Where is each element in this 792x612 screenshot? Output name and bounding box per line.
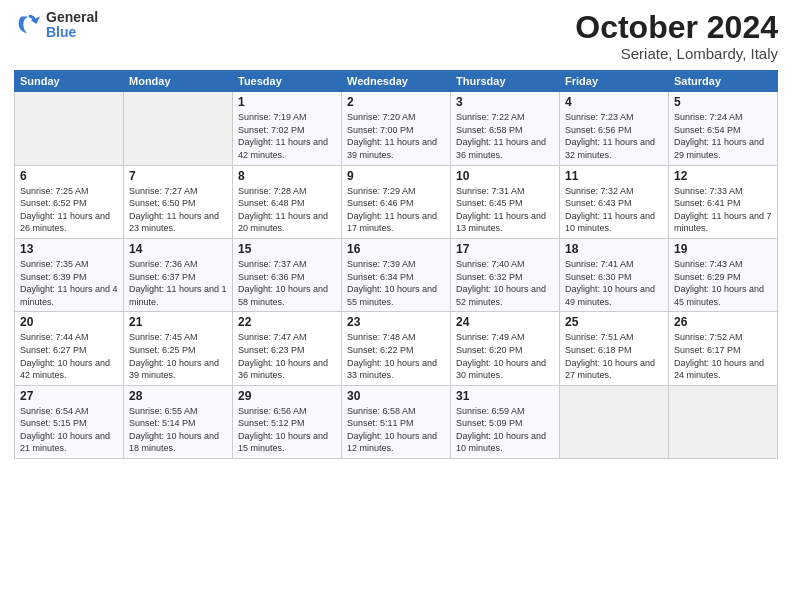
- day-info: Sunrise: 7:43 AM Sunset: 6:29 PM Dayligh…: [674, 258, 772, 308]
- day-number: 27: [20, 389, 118, 403]
- day-number: 28: [129, 389, 227, 403]
- day-info: Sunrise: 6:56 AM Sunset: 5:12 PM Dayligh…: [238, 405, 336, 455]
- table-row: 9Sunrise: 7:29 AM Sunset: 6:46 PM Daylig…: [342, 165, 451, 238]
- logo-text: General Blue: [46, 10, 98, 41]
- day-info: Sunrise: 7:28 AM Sunset: 6:48 PM Dayligh…: [238, 185, 336, 235]
- day-info: Sunrise: 7:39 AM Sunset: 6:34 PM Dayligh…: [347, 258, 445, 308]
- table-row: 31Sunrise: 6:59 AM Sunset: 5:09 PM Dayli…: [451, 385, 560, 458]
- day-info: Sunrise: 6:55 AM Sunset: 5:14 PM Dayligh…: [129, 405, 227, 455]
- table-row: 22Sunrise: 7:47 AM Sunset: 6:23 PM Dayli…: [233, 312, 342, 385]
- day-number: 4: [565, 95, 663, 109]
- table-row: 10Sunrise: 7:31 AM Sunset: 6:45 PM Dayli…: [451, 165, 560, 238]
- col-thursday: Thursday: [451, 71, 560, 92]
- table-row: 26Sunrise: 7:52 AM Sunset: 6:17 PM Dayli…: [669, 312, 778, 385]
- table-row: [124, 92, 233, 165]
- day-info: Sunrise: 7:49 AM Sunset: 6:20 PM Dayligh…: [456, 331, 554, 381]
- table-row: 18Sunrise: 7:41 AM Sunset: 6:30 PM Dayli…: [560, 238, 669, 311]
- day-number: 17: [456, 242, 554, 256]
- day-number: 19: [674, 242, 772, 256]
- col-friday: Friday: [560, 71, 669, 92]
- day-number: 3: [456, 95, 554, 109]
- day-number: 14: [129, 242, 227, 256]
- table-row: 1Sunrise: 7:19 AM Sunset: 7:02 PM Daylig…: [233, 92, 342, 165]
- day-info: Sunrise: 7:35 AM Sunset: 6:39 PM Dayligh…: [20, 258, 118, 308]
- day-info: Sunrise: 7:40 AM Sunset: 6:32 PM Dayligh…: [456, 258, 554, 308]
- table-row: 25Sunrise: 7:51 AM Sunset: 6:18 PM Dayli…: [560, 312, 669, 385]
- day-info: Sunrise: 7:22 AM Sunset: 6:58 PM Dayligh…: [456, 111, 554, 161]
- day-number: 1: [238, 95, 336, 109]
- day-info: Sunrise: 7:20 AM Sunset: 7:00 PM Dayligh…: [347, 111, 445, 161]
- table-row: 7Sunrise: 7:27 AM Sunset: 6:50 PM Daylig…: [124, 165, 233, 238]
- table-row: 14Sunrise: 7:36 AM Sunset: 6:37 PM Dayli…: [124, 238, 233, 311]
- day-info: Sunrise: 7:32 AM Sunset: 6:43 PM Dayligh…: [565, 185, 663, 235]
- day-number: 5: [674, 95, 772, 109]
- day-info: Sunrise: 6:54 AM Sunset: 5:15 PM Dayligh…: [20, 405, 118, 455]
- table-row: 19Sunrise: 7:43 AM Sunset: 6:29 PM Dayli…: [669, 238, 778, 311]
- day-number: 15: [238, 242, 336, 256]
- day-info: Sunrise: 7:36 AM Sunset: 6:37 PM Dayligh…: [129, 258, 227, 308]
- day-info: Sunrise: 6:58 AM Sunset: 5:11 PM Dayligh…: [347, 405, 445, 455]
- logo: General Blue: [14, 10, 98, 41]
- day-number: 11: [565, 169, 663, 183]
- day-info: Sunrise: 7:51 AM Sunset: 6:18 PM Dayligh…: [565, 331, 663, 381]
- title-block: October 2024 Seriate, Lombardy, Italy: [575, 10, 778, 62]
- day-number: 23: [347, 315, 445, 329]
- col-sunday: Sunday: [15, 71, 124, 92]
- day-number: 10: [456, 169, 554, 183]
- day-number: 9: [347, 169, 445, 183]
- day-info: Sunrise: 7:31 AM Sunset: 6:45 PM Dayligh…: [456, 185, 554, 235]
- table-row: 3Sunrise: 7:22 AM Sunset: 6:58 PM Daylig…: [451, 92, 560, 165]
- table-row: [560, 385, 669, 458]
- day-number: 16: [347, 242, 445, 256]
- header: General Blue October 2024 Seriate, Lomba…: [14, 10, 778, 62]
- day-info: Sunrise: 7:24 AM Sunset: 6:54 PM Dayligh…: [674, 111, 772, 161]
- day-number: 30: [347, 389, 445, 403]
- logo-icon: [14, 11, 42, 39]
- table-row: 21Sunrise: 7:45 AM Sunset: 6:25 PM Dayli…: [124, 312, 233, 385]
- day-number: 7: [129, 169, 227, 183]
- col-tuesday: Tuesday: [233, 71, 342, 92]
- col-saturday: Saturday: [669, 71, 778, 92]
- table-row: 5Sunrise: 7:24 AM Sunset: 6:54 PM Daylig…: [669, 92, 778, 165]
- day-info: Sunrise: 7:33 AM Sunset: 6:41 PM Dayligh…: [674, 185, 772, 235]
- subtitle: Seriate, Lombardy, Italy: [575, 45, 778, 62]
- table-row: 11Sunrise: 7:32 AM Sunset: 6:43 PM Dayli…: [560, 165, 669, 238]
- day-number: 29: [238, 389, 336, 403]
- day-info: Sunrise: 7:37 AM Sunset: 6:36 PM Dayligh…: [238, 258, 336, 308]
- calendar: Sunday Monday Tuesday Wednesday Thursday…: [14, 70, 778, 459]
- table-row: 16Sunrise: 7:39 AM Sunset: 6:34 PM Dayli…: [342, 238, 451, 311]
- day-number: 24: [456, 315, 554, 329]
- day-number: 26: [674, 315, 772, 329]
- day-info: Sunrise: 7:41 AM Sunset: 6:30 PM Dayligh…: [565, 258, 663, 308]
- table-row: 28Sunrise: 6:55 AM Sunset: 5:14 PM Dayli…: [124, 385, 233, 458]
- day-number: 20: [20, 315, 118, 329]
- day-info: Sunrise: 6:59 AM Sunset: 5:09 PM Dayligh…: [456, 405, 554, 455]
- table-row: 29Sunrise: 6:56 AM Sunset: 5:12 PM Dayli…: [233, 385, 342, 458]
- day-info: Sunrise: 7:25 AM Sunset: 6:52 PM Dayligh…: [20, 185, 118, 235]
- table-row: 13Sunrise: 7:35 AM Sunset: 6:39 PM Dayli…: [15, 238, 124, 311]
- logo-blue: Blue: [46, 25, 98, 40]
- col-wednesday: Wednesday: [342, 71, 451, 92]
- day-info: Sunrise: 7:19 AM Sunset: 7:02 PM Dayligh…: [238, 111, 336, 161]
- table-row: 15Sunrise: 7:37 AM Sunset: 6:36 PM Dayli…: [233, 238, 342, 311]
- day-info: Sunrise: 7:52 AM Sunset: 6:17 PM Dayligh…: [674, 331, 772, 381]
- table-row: 6Sunrise: 7:25 AM Sunset: 6:52 PM Daylig…: [15, 165, 124, 238]
- day-info: Sunrise: 7:45 AM Sunset: 6:25 PM Dayligh…: [129, 331, 227, 381]
- table-row: 17Sunrise: 7:40 AM Sunset: 6:32 PM Dayli…: [451, 238, 560, 311]
- main-title: October 2024: [575, 10, 778, 45]
- day-number: 8: [238, 169, 336, 183]
- day-number: 22: [238, 315, 336, 329]
- table-row: 24Sunrise: 7:49 AM Sunset: 6:20 PM Dayli…: [451, 312, 560, 385]
- col-monday: Monday: [124, 71, 233, 92]
- day-number: 2: [347, 95, 445, 109]
- day-number: 31: [456, 389, 554, 403]
- table-row: 27Sunrise: 6:54 AM Sunset: 5:15 PM Dayli…: [15, 385, 124, 458]
- table-row: 23Sunrise: 7:48 AM Sunset: 6:22 PM Dayli…: [342, 312, 451, 385]
- day-info: Sunrise: 7:47 AM Sunset: 6:23 PM Dayligh…: [238, 331, 336, 381]
- table-row: 8Sunrise: 7:28 AM Sunset: 6:48 PM Daylig…: [233, 165, 342, 238]
- table-row: 2Sunrise: 7:20 AM Sunset: 7:00 PM Daylig…: [342, 92, 451, 165]
- day-number: 6: [20, 169, 118, 183]
- table-row: [669, 385, 778, 458]
- day-info: Sunrise: 7:48 AM Sunset: 6:22 PM Dayligh…: [347, 331, 445, 381]
- day-info: Sunrise: 7:27 AM Sunset: 6:50 PM Dayligh…: [129, 185, 227, 235]
